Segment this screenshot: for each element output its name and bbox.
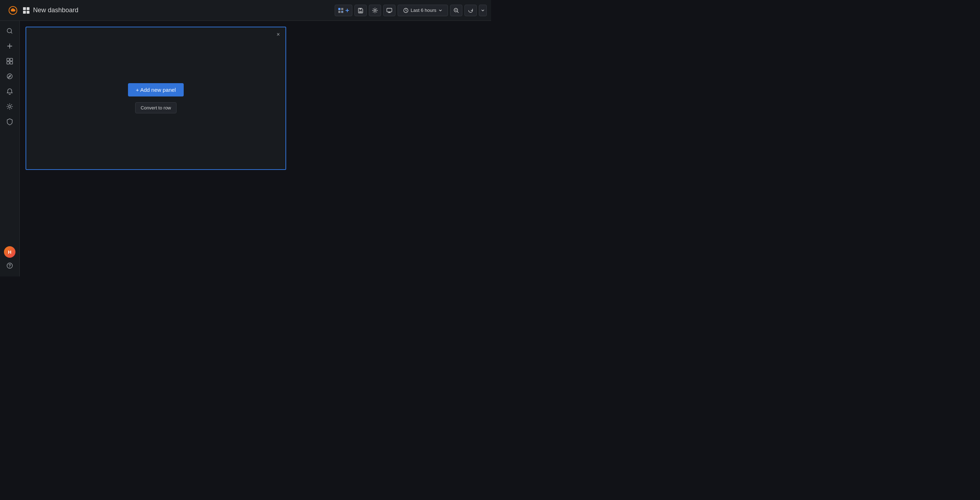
add-new-panel-button[interactable]: + Add new panel <box>128 83 184 96</box>
grafana-logo-area[interactable] <box>4 5 22 16</box>
gear-icon <box>6 103 13 110</box>
time-range-picker[interactable]: Last 6 hours <box>398 5 448 16</box>
svg-rect-12 <box>7 58 10 61</box>
shield-icon <box>6 118 13 125</box>
refresh-icon <box>468 8 474 13</box>
dashboard-grid-icon <box>23 7 29 14</box>
save-icon <box>358 8 363 13</box>
time-range-label: Last 6 hours <box>410 8 436 13</box>
refresh-options-button[interactable] <box>479 5 487 16</box>
svg-rect-2 <box>341 8 343 10</box>
bell-icon <box>6 88 13 95</box>
sidebar-item-create[interactable] <box>3 39 17 53</box>
refresh-button[interactable] <box>465 5 477 16</box>
svg-rect-6 <box>359 11 362 13</box>
add-panel-label: + Add new panel <box>136 87 176 93</box>
zoom-out-button[interactable] <box>450 5 462 16</box>
convert-to-row-button[interactable]: Convert to row <box>135 102 177 113</box>
sidebar-item-admin[interactable] <box>3 115 17 129</box>
sidebar-item-dashboards[interactable] <box>3 54 17 69</box>
svg-rect-8 <box>387 8 392 12</box>
add-panel-icon <box>338 8 344 13</box>
plus-icon <box>6 43 13 50</box>
help-icon <box>6 262 13 269</box>
content-area: × + Add new panel Convert to row <box>20 21 491 276</box>
chevron-down-icon <box>439 9 442 12</box>
page-title: New dashboard <box>33 6 78 14</box>
explore-icon <box>6 73 13 80</box>
svg-point-17 <box>10 76 10 77</box>
header-toolbar: Last 6 hours <box>335 5 487 16</box>
sidebar-item-configuration[interactable] <box>3 99 17 114</box>
svg-rect-13 <box>10 58 13 61</box>
save-dashboard-button[interactable] <box>355 5 367 16</box>
svg-rect-14 <box>7 62 10 64</box>
sidebar-item-explore[interactable] <box>3 69 17 83</box>
sidebar: H <box>0 21 20 276</box>
panel-box: × + Add new panel Convert to row <box>25 27 286 170</box>
grafana-logo-icon <box>7 5 19 16</box>
tv-icon <box>387 8 392 13</box>
dashboard-settings-button[interactable] <box>369 5 381 16</box>
header-title-area: New dashboard <box>23 6 335 14</box>
plus-small-icon <box>345 9 349 12</box>
clock-icon <box>403 8 408 13</box>
close-label: × <box>277 31 280 38</box>
tv-mode-button[interactable] <box>383 5 395 16</box>
svg-rect-1 <box>338 8 340 10</box>
convert-row-label: Convert to row <box>140 105 171 110</box>
settings-icon <box>372 8 378 13</box>
svg-point-20 <box>10 267 10 268</box>
sidebar-bottom: H <box>3 246 17 276</box>
svg-rect-5 <box>360 8 361 10</box>
search-icon <box>6 27 13 35</box>
sidebar-item-search[interactable] <box>3 24 17 38</box>
sidebar-item-alerting[interactable] <box>3 84 17 99</box>
panel-close-button[interactable]: × <box>274 30 283 39</box>
sidebar-item-help[interactable] <box>3 259 17 273</box>
top-header: New dashboard <box>0 0 491 21</box>
svg-rect-15 <box>10 62 13 64</box>
avatar[interactable]: H <box>4 246 16 258</box>
svg-point-7 <box>374 10 376 11</box>
svg-rect-3 <box>338 11 340 13</box>
dropdown-arrow-icon <box>481 9 485 12</box>
dashboards-icon <box>6 58 13 65</box>
svg-point-18 <box>9 105 11 108</box>
zoom-out-icon <box>453 8 459 13</box>
add-panel-toolbar-button[interactable] <box>335 5 352 16</box>
main-layout: H × + Add new panel Convert to row <box>0 21 491 276</box>
